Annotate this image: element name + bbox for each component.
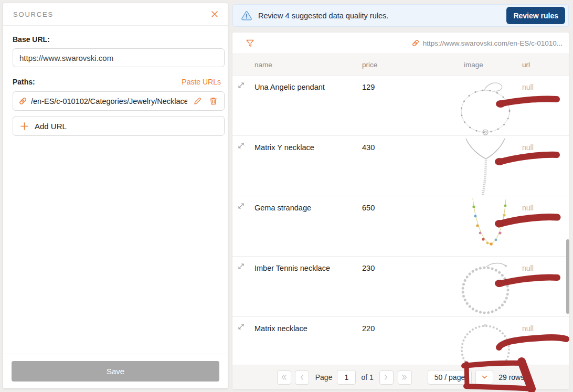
- vertical-scrollbar-thumb[interactable]: [566, 239, 569, 314]
- table-row: Matrix necklace 220 null: [232, 317, 569, 365]
- column-header-name: name: [254, 61, 272, 69]
- cell-name: Matrix Y necklace: [254, 143, 314, 152]
- page-label: Page: [315, 373, 333, 382]
- cell-url: null: [522, 264, 534, 272]
- sources-body: Base URL: Paths: Paste URLs /en-ES/c-010…: [3, 26, 228, 354]
- rules-banner: Review 4 suggested data quality rules. R…: [232, 4, 569, 27]
- table-row: Matrix Y necklace 430 null: [232, 136, 569, 196]
- cell-price: 430: [362, 143, 375, 152]
- cell-price: 650: [362, 204, 375, 212]
- table-toolbar: https://www.swarovski.com/en-ES/c-01010.…: [232, 33, 569, 54]
- sources-title: SOURCES: [13, 10, 54, 18]
- prev-page-button[interactable]: [295, 370, 309, 385]
- page-number-input[interactable]: [337, 370, 356, 385]
- expand-row-icon[interactable]: [237, 323, 247, 332]
- cell-price: 220: [362, 324, 375, 333]
- cell-url: null: [522, 324, 534, 333]
- sources-footer: Save: [3, 354, 228, 388]
- plus-icon: [20, 122, 28, 130]
- product-image-tennis-necklace: [453, 258, 521, 317]
- column-header-price: price: [362, 61, 377, 69]
- save-button[interactable]: Save: [12, 361, 219, 382]
- close-icon[interactable]: [209, 8, 220, 20]
- filter-icon[interactable]: [246, 39, 254, 47]
- table-row: Imber Tennis necklace 230 null: [232, 257, 569, 317]
- cell-url: null: [522, 204, 534, 212]
- banner-message: Review 4 suggested data quality rules.: [258, 12, 388, 20]
- path-row: /en-ES/c-010102/Categories/Jewelry/Neckl…: [13, 91, 225, 111]
- add-url-button[interactable]: Add URL: [13, 116, 225, 136]
- cell-url: null: [522, 143, 534, 152]
- chevron-down-icon: [482, 375, 487, 379]
- expand-row-icon[interactable]: [237, 81, 247, 91]
- path-text: /en-ES/c-010102/Categories/Jewelry/Neckl…: [31, 97, 187, 105]
- cell-price: 230: [362, 264, 375, 272]
- add-url-label: Add URL: [35, 122, 67, 131]
- expand-row-icon[interactable]: [237, 262, 247, 272]
- page-size-chevron-button[interactable]: [475, 370, 493, 385]
- paste-urls-link[interactable]: Paste URLs: [182, 78, 221, 86]
- base-url-input[interactable]: [13, 48, 225, 67]
- link-icon: [19, 97, 27, 105]
- edit-icon[interactable]: [192, 96, 203, 107]
- last-page-button[interactable]: [398, 370, 412, 385]
- product-image-pendant: [453, 77, 521, 136]
- source-url-text: https://www.swarovski.com/en-ES/c-01010.…: [423, 39, 563, 47]
- next-page-button[interactable]: [379, 370, 394, 385]
- sources-header: SOURCES: [3, 3, 228, 26]
- results-table-card: https://www.swarovski.com/en-ES/c-01010.…: [232, 33, 569, 389]
- table-row: Una Angelic pendant 129 null: [232, 76, 569, 136]
- product-image-y-necklace: [453, 137, 521, 196]
- product-image-strandage: [453, 197, 521, 257]
- row-count-label: 29 rows: [498, 373, 524, 382]
- page-size-select[interactable]: 50 / page: [428, 370, 472, 385]
- expand-row-icon[interactable]: [237, 202, 247, 211]
- cell-price: 129: [362, 83, 375, 91]
- warning-icon: [241, 11, 252, 20]
- table-footer: Page of 1 50 / page 29 rows: [232, 365, 569, 389]
- cell-url: null: [522, 83, 534, 91]
- cell-name: Imber Tennis necklace: [254, 264, 330, 272]
- product-image-matrix-necklace: [453, 318, 521, 365]
- column-header-image: image: [464, 61, 483, 69]
- cell-name: Matrix necklace: [254, 324, 307, 333]
- column-header-url: url: [522, 61, 530, 69]
- table-row: Gema strandage 650 null: [232, 196, 569, 257]
- sources-panel: SOURCES Base URL: Paths: Paste URLs /en-…: [3, 3, 228, 388]
- base-url-label: Base URL:: [13, 35, 221, 44]
- first-page-button[interactable]: [277, 370, 291, 385]
- paths-label: Paths:: [13, 78, 35, 86]
- delete-icon[interactable]: [207, 96, 219, 107]
- page-of-label: of 1: [361, 373, 373, 382]
- cell-name: Gema strandage: [254, 204, 311, 212]
- review-rules-button[interactable]: Review rules: [506, 7, 565, 24]
- source-url-link[interactable]: https://www.swarovski.com/en-ES/c-01010.…: [412, 39, 563, 47]
- cell-name: Una Angelic pendant: [254, 83, 325, 91]
- expand-row-icon[interactable]: [237, 142, 247, 151]
- link-icon: [412, 39, 419, 47]
- table-header: name price image url: [232, 54, 569, 76]
